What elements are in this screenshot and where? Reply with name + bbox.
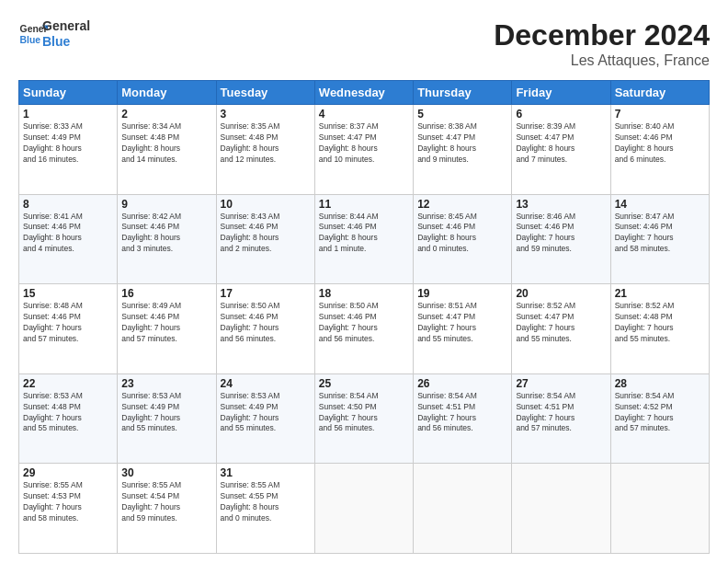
cell-info: Sunrise: 8:54 AMSunset: 4:50 PMDaylight:…	[319, 391, 409, 435]
calendar-cell: 28Sunrise: 8:54 AMSunset: 4:52 PMDayligh…	[610, 373, 709, 464]
cell-line: and 16 minutes.	[23, 155, 78, 164]
calendar-page: General Blue General Blue December 2024 …	[0, 0, 728, 563]
cell-line: Sunrise: 8:51 AM	[417, 301, 477, 310]
cell-line: Sunset: 4:48 PM	[615, 312, 673, 321]
cell-line: Sunset: 4:47 PM	[319, 132, 377, 142]
calendar-week-row: 8Sunrise: 8:41 AMSunset: 4:46 PMDaylight…	[19, 194, 710, 284]
cell-line: and 0 minutes.	[417, 244, 469, 253]
cell-line: Sunrise: 8:54 AM	[615, 391, 675, 400]
cell-info: Sunrise: 8:43 AMSunset: 4:46 PMDaylight:…	[221, 212, 311, 256]
cell-line: and 59 minutes.	[121, 513, 176, 523]
day-number: 20	[516, 287, 606, 300]
cell-info: Sunrise: 8:50 AMSunset: 4:46 PMDaylight:…	[221, 301, 311, 345]
cell-line: and 0 minutes.	[221, 513, 272, 523]
cell-line: Daylight: 8 hours	[319, 144, 378, 153]
cell-info: Sunrise: 8:35 AMSunset: 4:48 PMDaylight:…	[221, 121, 311, 166]
calendar-cell: 4Sunrise: 8:37 AMSunset: 4:47 PMDaylight…	[314, 105, 413, 195]
calendar-cell: 18Sunrise: 8:50 AMSunset: 4:46 PMDayligh…	[314, 284, 413, 374]
cell-line: Daylight: 7 hours	[319, 323, 378, 332]
calendar-cell: 20Sunrise: 8:52 AMSunset: 4:47 PMDayligh…	[512, 284, 610, 374]
calendar-cell: 31Sunrise: 8:55 AMSunset: 4:55 PMDayligh…	[216, 464, 314, 554]
cell-line: Sunset: 4:50 PM	[319, 402, 377, 411]
cell-line: Sunset: 4:46 PM	[615, 132, 673, 142]
cell-line: Sunrise: 8:47 AM	[615, 212, 675, 221]
header-sunday: Sunday	[19, 81, 118, 105]
cell-line: Sunset: 4:47 PM	[417, 132, 475, 142]
page-title: December 2024	[494, 18, 710, 52]
cell-line: and 57 minutes.	[23, 334, 78, 343]
cell-line: Sunrise: 8:38 AM	[417, 121, 477, 131]
cell-line: and 55 minutes.	[417, 334, 472, 343]
calendar-cell: 3Sunrise: 8:35 AMSunset: 4:48 PMDaylight…	[216, 105, 314, 195]
cell-line: Sunrise: 8:33 AM	[23, 121, 83, 131]
cell-line: Daylight: 8 hours	[221, 233, 279, 242]
calendar-cell	[610, 464, 709, 554]
cell-line: Daylight: 7 hours	[615, 413, 674, 422]
cell-info: Sunrise: 8:34 AMSunset: 4:48 PMDaylight:…	[121, 121, 211, 166]
cell-line: Sunset: 4:49 PM	[121, 402, 179, 411]
cell-line: and 7 minutes.	[516, 155, 567, 164]
cell-line: Sunset: 4:49 PM	[221, 402, 279, 411]
cell-line: Sunset: 4:46 PM	[23, 312, 81, 321]
day-number: 6	[516, 108, 606, 121]
day-number: 19	[417, 287, 507, 300]
day-number: 1	[23, 108, 113, 121]
cell-line: Daylight: 7 hours	[516, 233, 574, 242]
header-thursday: Thursday	[414, 81, 512, 105]
day-number: 17	[221, 287, 311, 300]
cell-line: Daylight: 7 hours	[23, 323, 82, 332]
cell-line: and 6 minutes.	[615, 155, 666, 164]
cell-info: Sunrise: 8:49 AMSunset: 4:46 PMDaylight:…	[121, 301, 211, 345]
cell-info: Sunrise: 8:53 AMSunset: 4:49 PMDaylight:…	[121, 391, 211, 435]
calendar-cell: 8Sunrise: 8:41 AMSunset: 4:46 PMDaylight…	[19, 194, 118, 284]
cell-info: Sunrise: 8:33 AMSunset: 4:49 PMDaylight:…	[23, 121, 113, 166]
day-number: 27	[516, 377, 606, 390]
day-number: 3	[221, 108, 311, 121]
calendar-header: Sunday Monday Tuesday Wednesday Thursday…	[19, 81, 710, 105]
cell-info: Sunrise: 8:46 AMSunset: 4:46 PMDaylight:…	[516, 212, 606, 256]
cell-line: Sunrise: 8:37 AM	[319, 121, 379, 131]
header-friday: Friday	[512, 81, 610, 105]
cell-line: and 56 minutes.	[221, 334, 276, 343]
calendar-week-row: 22Sunrise: 8:53 AMSunset: 4:48 PMDayligh…	[19, 373, 710, 464]
cell-info: Sunrise: 8:44 AMSunset: 4:46 PMDaylight:…	[319, 212, 409, 256]
calendar-cell: 9Sunrise: 8:42 AMSunset: 4:46 PMDaylight…	[118, 194, 216, 284]
day-number: 29	[23, 466, 113, 479]
day-number: 5	[417, 108, 507, 121]
cell-line: Sunset: 4:51 PM	[516, 402, 574, 411]
cell-line: and 14 minutes.	[121, 155, 176, 164]
cell-line: Sunset: 4:53 PM	[23, 491, 81, 500]
cell-line: Sunrise: 8:54 AM	[417, 391, 477, 400]
cell-line: Daylight: 8 hours	[23, 144, 82, 153]
day-number: 15	[23, 287, 113, 300]
calendar-cell: 21Sunrise: 8:52 AMSunset: 4:48 PMDayligh…	[610, 284, 709, 374]
weekday-header-row: Sunday Monday Tuesday Wednesday Thursday…	[19, 81, 710, 105]
cell-line: and 56 minutes.	[417, 423, 472, 432]
cell-line: Sunset: 4:47 PM	[516, 132, 574, 142]
calendar-cell	[414, 464, 512, 554]
day-number: 12	[417, 198, 507, 211]
cell-line: Sunset: 4:46 PM	[417, 222, 475, 231]
cell-line: Sunrise: 8:54 AM	[319, 391, 379, 400]
logo: General Blue General Blue	[18, 18, 90, 50]
cell-info: Sunrise: 8:45 AMSunset: 4:46 PMDaylight:…	[417, 212, 507, 256]
day-number: 25	[319, 377, 409, 390]
header-monday: Monday	[118, 81, 216, 105]
page-subtitle: Les Attaques, France	[494, 52, 710, 69]
calendar-cell: 2Sunrise: 8:34 AMSunset: 4:48 PMDaylight…	[118, 105, 216, 195]
day-number: 11	[319, 198, 409, 211]
cell-line: and 59 minutes.	[516, 244, 571, 253]
header: General Blue General Blue December 2024 …	[18, 18, 710, 69]
cell-line: Sunset: 4:49 PM	[23, 132, 81, 142]
cell-info: Sunrise: 8:53 AMSunset: 4:48 PMDaylight:…	[23, 391, 113, 435]
cell-info: Sunrise: 8:37 AMSunset: 4:47 PMDaylight:…	[319, 121, 409, 166]
cell-line: Daylight: 7 hours	[615, 233, 674, 242]
cell-info: Sunrise: 8:54 AMSunset: 4:51 PMDaylight:…	[516, 391, 606, 435]
cell-info: Sunrise: 8:38 AMSunset: 4:47 PMDaylight:…	[417, 121, 507, 166]
logo-line2: Blue	[42, 34, 90, 50]
cell-line: Sunrise: 8:34 AM	[121, 121, 181, 131]
cell-line: and 3 minutes.	[121, 244, 173, 253]
cell-line: Sunrise: 8:55 AM	[221, 480, 280, 489]
cell-line: Sunset: 4:46 PM	[121, 312, 179, 321]
day-number: 9	[121, 198, 211, 211]
